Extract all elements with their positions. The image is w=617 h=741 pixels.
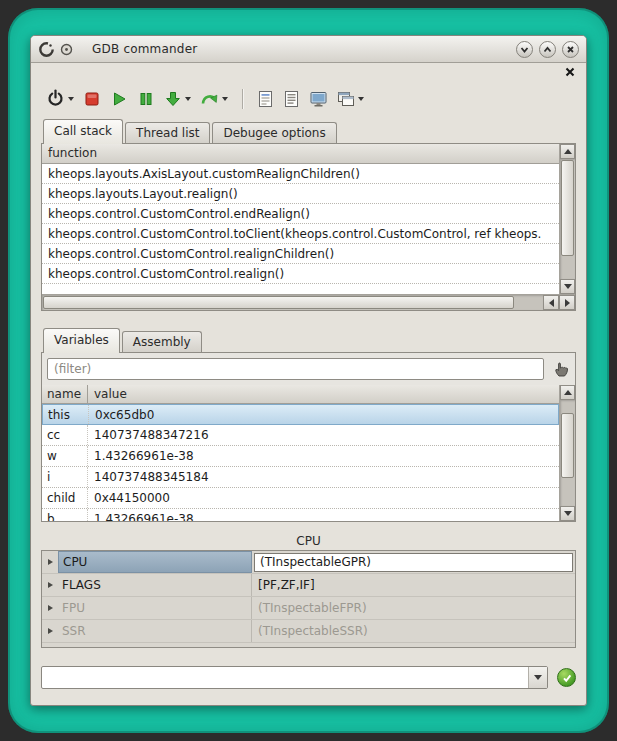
cpu-inspector: CPU (TInspectableGPR) FLAGS [PF,ZF,IF] F… xyxy=(41,550,576,648)
step-over-button[interactable] xyxy=(199,89,229,109)
monitor-button[interactable] xyxy=(308,89,329,109)
command-bar xyxy=(41,666,576,689)
variable-row[interactable]: cc 140737488347216 xyxy=(42,425,559,446)
windows-dropdown-icon[interactable] xyxy=(358,97,364,101)
cpu-row[interactable]: FLAGS [PF,ZF,IF] xyxy=(42,574,575,597)
confirm-button[interactable] xyxy=(557,668,576,687)
cpu-row[interactable]: SSR (TInspectableSSR) xyxy=(42,620,575,643)
callstack-panel: function kheops.layouts.AxisLayout.custo… xyxy=(41,143,576,311)
column-name[interactable]: name xyxy=(42,385,88,403)
tab-thread-list[interactable]: Thread list xyxy=(125,122,210,143)
combobox-dropdown-button[interactable] xyxy=(528,667,547,688)
step-into-button[interactable] xyxy=(163,89,192,109)
callstack-vertical-scrollbar[interactable] xyxy=(559,144,575,294)
variables-panel: name value this 0xc65db0 cc 140737488347… xyxy=(41,352,576,522)
callstack-tabbar: Call stack Thread list Debugee options xyxy=(41,118,576,143)
variable-row[interactable]: w 1.43266961e-38 xyxy=(42,446,559,467)
scroll-down-button[interactable] xyxy=(560,279,575,294)
scroll-up-button[interactable] xyxy=(560,385,575,400)
variables-table-header[interactable]: name value xyxy=(42,385,559,404)
pause-button[interactable] xyxy=(136,89,156,109)
debug-toolbar xyxy=(31,83,586,118)
scroll-left-button[interactable] xyxy=(543,295,559,310)
expand-icon[interactable] xyxy=(42,605,58,611)
callstack-list: function kheops.layouts.AxisLayout.custo… xyxy=(42,144,559,294)
dock-close-icon[interactable] xyxy=(564,66,576,78)
variable-row[interactable]: child 0x44150000 xyxy=(42,488,559,509)
maximize-button[interactable] xyxy=(539,41,556,58)
tab-debugee-options[interactable]: Debugee options xyxy=(212,122,336,143)
source-list-button[interactable] xyxy=(282,89,301,109)
command-combobox[interactable] xyxy=(41,666,548,689)
titlebar[interactable]: GDB commander xyxy=(31,36,586,63)
scroll-right-button[interactable] xyxy=(559,295,575,310)
gdb-commander-window: GDB commander xyxy=(30,35,587,706)
variables-vertical-scrollbar[interactable] xyxy=(559,385,575,521)
tab-assembly[interactable]: Assembly xyxy=(122,331,202,352)
callstack-row[interactable]: kheops.layouts.AxisLayout.customRealignC… xyxy=(42,164,559,184)
tab-call-stack[interactable]: Call stack xyxy=(43,119,123,144)
run-button[interactable] xyxy=(109,89,129,109)
variable-row[interactable]: this 0xc65db0 xyxy=(42,404,559,425)
windows-button[interactable] xyxy=(336,89,365,109)
toolbar-separator xyxy=(242,89,243,109)
scroll-track[interactable] xyxy=(560,159,575,279)
scroll-down-button[interactable] xyxy=(560,506,575,521)
power-dropdown-icon[interactable] xyxy=(68,97,74,101)
cpu-row[interactable]: FPU (TInspectableFPR) xyxy=(42,597,575,620)
expand-icon[interactable] xyxy=(42,628,58,634)
callstack-column-header[interactable]: function xyxy=(42,144,559,164)
scroll-thumb[interactable] xyxy=(43,296,514,309)
column-value[interactable]: value xyxy=(88,385,559,403)
minimize-button[interactable] xyxy=(516,41,533,58)
expand-icon[interactable] xyxy=(42,559,58,565)
expand-icon[interactable] xyxy=(42,582,58,588)
scroll-up-button[interactable] xyxy=(560,144,575,159)
scroll-track[interactable] xyxy=(560,400,575,506)
callstack-row[interactable]: kheops.control.CustomControl.endRealign(… xyxy=(42,204,559,224)
close-button[interactable] xyxy=(562,41,579,58)
scroll-thumb[interactable] xyxy=(561,160,574,256)
stop-button[interactable] xyxy=(82,89,102,109)
callstack-row[interactable]: kheops.layouts.Layout.realign() xyxy=(42,184,559,204)
tab-variables[interactable]: Variables xyxy=(43,328,120,353)
variables-table: name value this 0xc65db0 cc 140737488347… xyxy=(42,385,559,521)
scroll-thumb[interactable] xyxy=(561,413,574,479)
dock-header xyxy=(31,63,586,83)
cpu-value-editor[interactable]: (TInspectableGPR) xyxy=(254,553,573,572)
cpu-group-caption: CPU xyxy=(31,534,586,550)
step-into-dropdown-icon[interactable] xyxy=(185,97,191,101)
callstack-row[interactable]: kheops.control.CustomControl.realign() xyxy=(42,264,559,284)
variables-tabbar: Variables Assembly xyxy=(41,327,576,352)
window-title: GDB commander xyxy=(92,42,197,56)
callstack-row[interactable]: kheops.control.CustomControl.toClient(kh… xyxy=(42,224,559,244)
app-icon xyxy=(38,41,55,58)
callstack-horizontal-scrollbar[interactable] xyxy=(42,294,575,310)
variable-row[interactable]: b 1.43266961e-38 xyxy=(42,509,559,521)
cpu-row[interactable]: CPU (TInspectableGPR) xyxy=(42,551,575,574)
watch-doc-button[interactable] xyxy=(256,89,275,109)
power-button[interactable] xyxy=(45,88,75,109)
app-badge-icon xyxy=(60,43,73,56)
step-over-dropdown-icon[interactable] xyxy=(222,97,228,101)
variable-row[interactable]: i 140737488345184 xyxy=(42,467,559,488)
filter-input[interactable] xyxy=(47,358,544,380)
filter-menu-icon[interactable] xyxy=(553,361,569,377)
scroll-track[interactable] xyxy=(42,295,543,310)
callstack-row[interactable]: kheops.control.CustomControl.realignChil… xyxy=(42,244,559,264)
